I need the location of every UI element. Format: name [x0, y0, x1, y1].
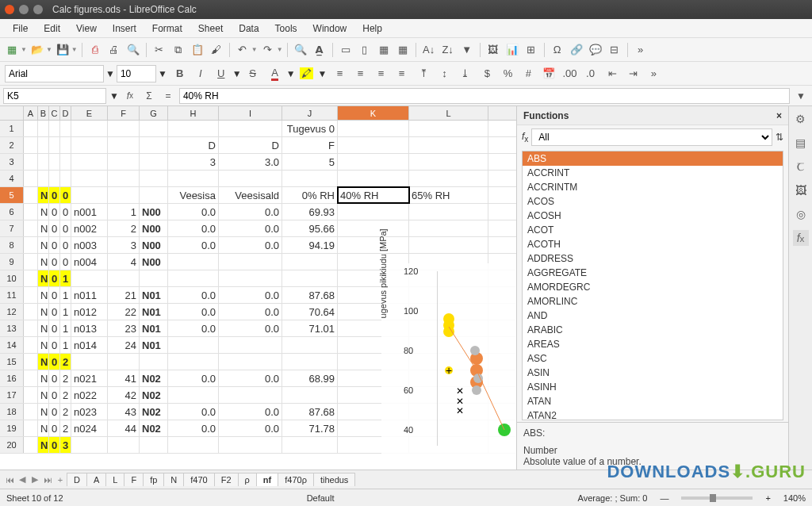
cell-L15[interactable] — [409, 354, 488, 370]
percent-icon[interactable]: % — [498, 65, 517, 82]
cell-C6[interactable]: 0 — [49, 204, 60, 220]
function-item[interactable]: ACOT — [523, 223, 783, 237]
cell-E18[interactable]: n023 — [71, 404, 108, 420]
row-header[interactable]: 12 — [0, 304, 24, 320]
cell-J6[interactable]: 69.93 — [282, 204, 338, 220]
cell-D1[interactable] — [60, 121, 71, 136]
filter-icon[interactable]: ▼ — [458, 41, 476, 59]
sheet-tab[interactable]: f470ρ — [278, 473, 314, 486]
function-item[interactable]: ATAN — [523, 394, 783, 408]
cell-J10[interactable] — [282, 270, 338, 286]
cell-H9[interactable] — [168, 254, 219, 270]
menu-help[interactable]: Help — [354, 21, 390, 36]
cell-G8[interactable]: N00 — [140, 237, 168, 253]
cell-E1[interactable] — [71, 121, 108, 136]
cell-B2[interactable] — [38, 137, 49, 153]
cell-I12[interactable]: 0.0 — [219, 304, 282, 320]
cell-I3[interactable]: 3.0 — [219, 154, 282, 170]
cell-E8[interactable]: n003 — [71, 237, 108, 253]
cell-A9[interactable] — [24, 254, 38, 270]
row-header[interactable]: 14 — [0, 337, 24, 353]
cell-B17[interactable]: N — [38, 387, 49, 403]
cell-J17[interactable] — [282, 387, 338, 403]
row-header[interactable]: 10 — [0, 270, 24, 286]
row-header[interactable]: 16 — [0, 370, 24, 386]
cell-G20[interactable] — [140, 437, 168, 453]
row-header[interactable]: 13 — [0, 320, 24, 336]
menu-edit[interactable]: Edit — [36, 21, 68, 36]
cell-E15[interactable] — [71, 354, 108, 370]
cell-H10[interactable] — [168, 270, 219, 286]
cell-G5[interactable] — [140, 187, 168, 203]
row-header[interactable]: 11 — [0, 287, 24, 303]
expand-formula-icon[interactable]: ▼ — [793, 88, 809, 104]
cell-J14[interactable] — [282, 337, 338, 353]
cell-B11[interactable]: N — [38, 287, 49, 303]
gallery-icon[interactable]: 🖼 — [793, 182, 809, 198]
cell-E17[interactable]: n022 — [71, 387, 108, 403]
menu-insert[interactable]: Insert — [105, 21, 144, 36]
sort-desc-icon[interactable]: Z↓ — [439, 41, 457, 59]
cell-F19[interactable]: 44 — [108, 420, 140, 436]
cell-K5[interactable]: 40% RH — [338, 187, 409, 203]
cell-J5[interactable]: 0% RH — [282, 187, 338, 203]
cell-E10[interactable] — [71, 270, 108, 286]
print-icon[interactable]: 🖨 — [105, 41, 123, 59]
cell-B15[interactable]: N — [38, 354, 49, 370]
paste-icon[interactable]: 📋 — [189, 41, 206, 59]
cell-G17[interactable]: N02 — [140, 387, 168, 403]
cell-G18[interactable]: N02 — [140, 404, 168, 420]
cell-L7[interactable] — [409, 220, 488, 236]
col-header-L[interactable]: L — [409, 106, 488, 120]
cell-H6[interactable]: 0.0 — [168, 204, 219, 220]
cell-J15[interactable] — [282, 354, 338, 370]
tab-prev-icon[interactable]: ◀ — [16, 474, 29, 485]
cell-C19[interactable]: 0 — [49, 420, 60, 436]
cell-B14[interactable]: N — [38, 337, 49, 353]
cell-C9[interactable]: 0 — [49, 254, 60, 270]
cell-G2[interactable] — [140, 137, 168, 153]
cell-A3[interactable] — [24, 154, 38, 170]
cell-K2[interactable] — [338, 137, 409, 153]
cell-K1[interactable] — [338, 121, 409, 136]
cell-A8[interactable] — [24, 237, 38, 253]
cell-D3[interactable] — [60, 154, 71, 170]
menu-view[interactable]: View — [68, 21, 105, 36]
cell-B1[interactable] — [38, 121, 49, 136]
cell-G13[interactable]: N01 — [140, 320, 168, 336]
dec-dec-icon[interactable]: .0 — [580, 65, 599, 82]
chart-icon[interactable]: 📊 — [504, 41, 521, 59]
add-sheet-icon[interactable]: + — [54, 475, 67, 485]
cell-G14[interactable]: N01 — [140, 337, 168, 353]
cell-C4[interactable] — [49, 171, 60, 186]
cell-E4[interactable] — [71, 171, 108, 186]
row-header[interactable]: 19 — [0, 420, 24, 436]
cell-L16[interactable] — [409, 370, 488, 386]
sheet-tab[interactable]: nf — [256, 473, 278, 486]
cell-L19[interactable] — [409, 420, 488, 436]
cell-C5[interactable]: 0 — [49, 187, 60, 203]
row-header[interactable]: 17 — [0, 387, 24, 403]
cell-L14[interactable] — [409, 337, 488, 353]
cell-C13[interactable]: 0 — [49, 320, 60, 336]
currency-icon[interactable]: $ — [477, 65, 496, 82]
cell-H13[interactable]: 0.0 — [168, 320, 219, 336]
cell-D13[interactable]: 1 — [60, 320, 71, 336]
function-item[interactable]: ADDRESS — [523, 251, 783, 266]
sheet-tab[interactable]: N — [163, 473, 184, 486]
cell-A1[interactable] — [24, 121, 38, 136]
cell-E20[interactable] — [71, 437, 108, 453]
cell-H1[interactable] — [168, 121, 219, 136]
cell-H18[interactable]: 0.0 — [168, 404, 219, 420]
cell-K12[interactable] — [338, 304, 409, 320]
maximize-icon[interactable] — [33, 5, 43, 14]
cell-L17[interactable] — [409, 387, 488, 403]
cell-I5[interactable]: Veesisald — [219, 187, 282, 203]
function-wizard-icon[interactable]: fx — [122, 88, 138, 104]
cell-H19[interactable]: 0.0 — [168, 420, 219, 436]
more-fmt-icon[interactable]: » — [644, 65, 663, 82]
row-header[interactable]: 7 — [0, 220, 24, 236]
save-icon[interactable]: 💾 — [54, 41, 71, 59]
tab-first-icon[interactable]: ⏮ — [3, 475, 16, 485]
cell-H3[interactable]: 3 — [168, 154, 219, 170]
